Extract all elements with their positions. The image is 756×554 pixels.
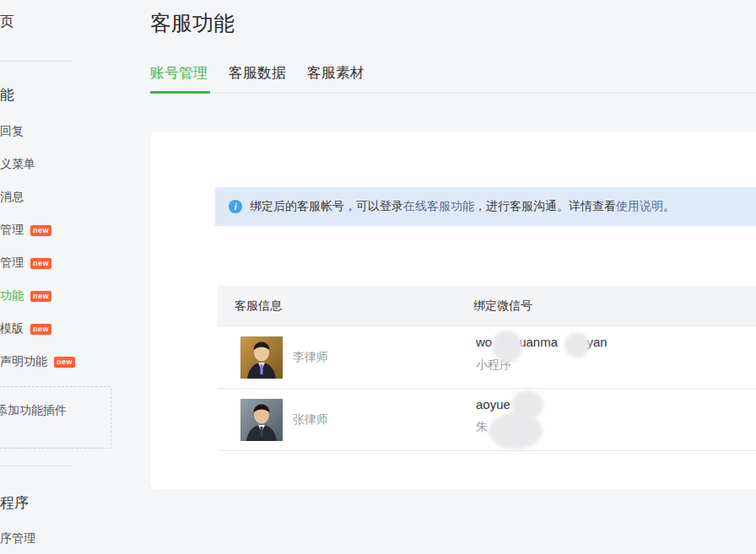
tab-service-data[interactable]: 客服数据: [229, 65, 286, 82]
content-card: i 绑定后的客服帐号，可以登录在线客服功能，进行客服沟通。详情查看使用说明。 客…: [150, 132, 756, 489]
link-usage-guide[interactable]: 使用说明: [616, 199, 663, 212]
sidebar-item-label: 消息: [0, 190, 24, 205]
banner-text-mid: ，进行客服沟通。详情查看: [474, 199, 616, 212]
wechat-id-part: wo: [476, 335, 492, 349]
banner-text-after: 。: [663, 199, 675, 212]
bound-wechat-cell: wouanmaoyan 小程序: [473, 326, 756, 388]
avatar: [240, 336, 283, 379]
blur-censor-patch: [564, 332, 590, 358]
service-account-table: 客服信息 绑定微信号: [218, 286, 756, 451]
new-badge: new: [54, 357, 75, 368]
sidebar-item-label: 管理: [0, 223, 24, 238]
info-icon: i: [229, 200, 242, 213]
link-online-service[interactable]: 在线客服功能: [403, 199, 474, 212]
sidebar-item-label: 序管理: [0, 531, 35, 546]
tab-bar-divider: [150, 93, 756, 94]
column-header-service-info: 客服信息: [218, 299, 473, 314]
tab-bar: 账号管理 客服数据 客服素材: [150, 65, 364, 82]
service-info-cell: 李律师: [218, 326, 473, 388]
sidebar-item-label: 功能: [0, 288, 24, 304]
sidebar-divider-bottom: [0, 465, 71, 466]
sidebar-item-auto-reply[interactable]: 回复: [0, 124, 24, 139]
avatar: [240, 399, 283, 441]
bound-wechat-cell: aoyue 朱: [473, 389, 756, 450]
table-row: 张律师 aoyue 朱: [218, 389, 756, 451]
add-plugin-label[interactable]: 添加功能插件: [0, 403, 67, 418]
sidebar-item-miniprogram-manage[interactable]: 序管理: [0, 531, 35, 546]
new-badge: new: [30, 258, 51, 269]
new-badge: new: [30, 291, 51, 302]
active-tab-underline: [150, 91, 210, 94]
sidebar-section-miniprogram: 程序: [0, 493, 29, 513]
new-badge: new: [30, 225, 51, 236]
wechat-mp-admin-screen: 页 能 回复 义菜单 消息 管理 new 管理 new 功能 new 模版 ne…: [0, 0, 756, 554]
banner-text-before: 绑定后的客服帐号，可以登录: [250, 199, 403, 212]
blur-censor-patch: [489, 412, 543, 449]
service-account-name: 李律师: [293, 350, 328, 365]
sidebar-item-template-message[interactable]: 消息: [0, 190, 24, 205]
sidebar-item-label: 管理: [0, 255, 24, 271]
sidebar-item-label: 回复: [0, 124, 24, 139]
sidebar-section-features: 能: [0, 85, 14, 105]
sidebar-item-custom-menu[interactable]: 义菜单: [0, 157, 35, 172]
tab-account-manage[interactable]: 账号管理: [150, 65, 208, 82]
sidebar-item-page-template[interactable]: 模版 new: [0, 321, 51, 336]
sidebar-item-label: 模版: [0, 321, 24, 336]
wechat-id-text: aoyue: [476, 397, 510, 411]
column-header-bound-wechat-id: 绑定微信号: [473, 299, 756, 314]
sidebar-item-manage-2[interactable]: 管理 new: [0, 255, 51, 271]
tab-service-material[interactable]: 客服素材: [307, 65, 364, 82]
service-info-cell: 张律师: [218, 389, 473, 450]
wechat-sub-text: 朱: [476, 420, 488, 435]
table-header-row: 客服信息 绑定微信号: [218, 286, 756, 326]
sidebar-divider-top: [0, 61, 71, 62]
info-banner-text: 绑定后的客服帐号，可以登录在线客服功能，进行客服沟通。详情查看使用说明。: [250, 199, 675, 214]
table-row: 李律师 wouanmaoyan 小程序: [218, 326, 756, 389]
service-account-name: 张律师: [293, 412, 328, 428]
page-title: 客服功能: [150, 8, 235, 37]
sidebar-item-declaration[interactable]: 声明功能 new: [0, 354, 75, 369]
blur-censor-patch: [492, 331, 522, 363]
sidebar-section-home[interactable]: 页: [0, 12, 14, 31]
sidebar-item-manage-1[interactable]: 管理 new: [0, 223, 51, 238]
sidebar-item-label: 声明功能: [0, 354, 47, 369]
info-banner: i 绑定后的客服帐号，可以登录在线客服功能，进行客服沟通。详情查看使用说明。: [215, 187, 756, 226]
sidebar-item-customer-service[interactable]: 功能 new: [0, 288, 51, 304]
wechat-id-part: uanma: [519, 335, 558, 349]
new-badge: new: [30, 324, 51, 335]
sidebar-item-label: 义菜单: [0, 157, 35, 172]
